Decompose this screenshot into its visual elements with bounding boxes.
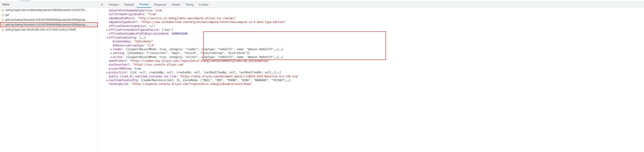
json-line[interactable]: ▶projectList: [{id: null, createdBy: nul…: [100, 71, 644, 74]
request-name: getUserSetting?tenantId=219193793999490&…: [5, 23, 88, 26]
tab-initiator[interactable]: Initiator: [169, 2, 183, 8]
request-list-panel: Name {} setting?appCode=undefined&projec…: [0, 2, 98, 152]
json-line[interactable]: diResourceGroupType: "2,0": [100, 44, 644, 48]
json-line[interactable]: networkFootHumanHelpService: true: [100, 9, 644, 12]
expand-arrow-icon[interactable]: ▶: [110, 51, 113, 55]
json-line[interactable]: ▶setting: {shownKeys: ["concurrent", "mb…: [100, 51, 644, 55]
detail-panel: ✕ Headers Payload Preview Response Initi…: [98, 2, 644, 152]
request-list-header[interactable]: Name: [0, 2, 98, 8]
request-row[interactable]: {} setting?appCode=8b191096-264c-472f-9d…: [0, 27, 98, 32]
json-line[interactable]: offlineOneStopBackToOldExpirationDate: 1…: [100, 32, 644, 36]
json-line[interactable]: openProduct: "https://common-buy.aliyun.…: [100, 59, 644, 63]
tab-preview[interactable]: Preview: [136, 2, 152, 8]
expand-arrow-icon[interactable]: ▶: [106, 28, 109, 32]
json-line[interactable]: ▶offlineFrontendConfigEnableList: ["oss"…: [100, 28, 644, 32]
json-icon: {}: [1, 24, 4, 26]
json-line[interactable]: offlineCheckColumnExist: null: [100, 24, 644, 28]
json-icon: {}: [1, 14, 4, 16]
json-line[interactable]: ossConsoleUrl: "https://oss.console.aliy…: [100, 63, 644, 67]
json-line[interactable]: ▼offlineTaskConfig: {,…}: [100, 36, 644, 40]
tab-headers[interactable]: Headers: [106, 2, 122, 8]
detail-tabs-bar: ✕ Headers Payload Preview Response Initi…: [98, 2, 644, 8]
tab-cookies[interactable]: Cookies: [196, 2, 211, 8]
json-icon: {}: [1, 18, 4, 22]
tab-payload[interactable]: Payload: [122, 2, 136, 8]
json-line[interactable]: bizdatekKey: "${bizdate}": [100, 40, 644, 44]
json-icon: {}: [1, 28, 4, 31]
collapse-arrow-icon[interactable]: ▼: [106, 36, 109, 40]
json-line[interactable]: nullFormatOriginEnable: "true": [100, 12, 644, 16]
json-line[interactable]: ▶realtimeTaskConfig: {readerMaxConcurren…: [100, 78, 644, 82]
request-name: setting?appCode=8b191096-264c-472f-9d33-…: [5, 28, 76, 31]
close-icon[interactable]: ✕: [100, 2, 104, 7]
json-line[interactable]: projectDMUView: true: [100, 67, 644, 71]
request-name: getUserSetting?tenantId=219193793999490&…: [5, 18, 88, 22]
tab-timing[interactable]: Timing: [183, 2, 196, 8]
json-line[interactable]: ▶writer: [{supportWizardMode: true, cata…: [100, 55, 644, 59]
request-row[interactable]: {} setting?appCode=undefined&projectId=5…: [0, 8, 98, 12]
request-name: setting?appCode=undefined&projectId=5884…: [5, 8, 88, 12]
request-row-selected[interactable]: {} getUserSetting?tenantId=2191937939994…: [0, 22, 98, 27]
json-line[interactable]: odpsDataTypeDocUrl: "https://www.alibaba…: [100, 20, 644, 24]
json-preview[interactable]: networkFootHumanHelpService: true nullFo…: [98, 8, 644, 152]
json-icon: {}: [1, 9, 4, 12]
timeline-ruler: [0, 0, 644, 2]
json-line[interactable]: odpsBaseEndPoint: "http://service.cn-zha…: [100, 16, 644, 20]
request-row[interactable]: {} get: [0, 12, 98, 18]
json-line[interactable]: ▶reader: [{supportWizardMode: true, cata…: [100, 48, 644, 51]
json-line[interactable]: public_cloud_di_realtime_isolated_res_li…: [100, 75, 644, 78]
request-name: get: [5, 13, 9, 16]
request-row[interactable]: {} getUserSetting?tenantId=2191937939994…: [0, 18, 98, 22]
expand-arrow-icon[interactable]: ▶: [106, 71, 109, 74]
expand-arrow-icon[interactable]: ▶: [110, 55, 113, 59]
json-line[interactable]: rechargeLink: "https://expense.console.a…: [100, 82, 644, 86]
expand-arrow-icon[interactable]: ▶: [110, 48, 113, 51]
expand-arrow-icon[interactable]: ▶: [106, 78, 109, 82]
tab-response[interactable]: Response: [151, 2, 169, 8]
request-list: {} setting?appCode=undefined&projectId=5…: [0, 8, 98, 152]
